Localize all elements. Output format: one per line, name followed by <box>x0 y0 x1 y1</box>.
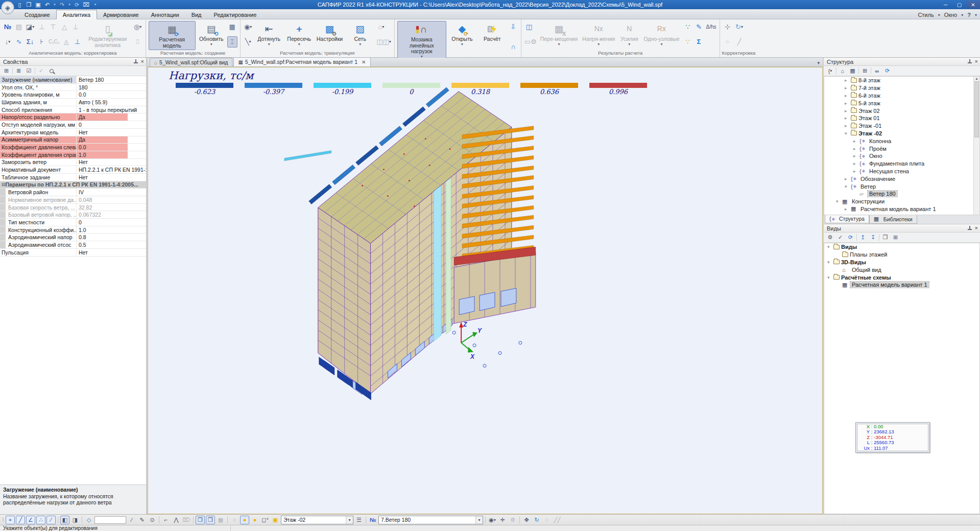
property-row[interactable]: Ширина здания, м Авто ( 55.9) <box>0 99 146 106</box>
toolbar-grip[interactable]: ⁞⁞ <box>2 517 4 522</box>
tree-item[interactable]: Общий вид <box>824 266 979 273</box>
support-post2-icon[interactable]: ⊤ <box>48 21 58 32</box>
sync-icon[interactable]: ⟳ <box>73 1 81 8</box>
pencil-blue-icon[interactable]: ✎ <box>694 21 704 32</box>
close-panel-icon[interactable]: × <box>975 225 978 231</box>
minimize-button[interactable]: ─ <box>939 1 952 9</box>
close-tab-icon[interactable]: ✕ <box>362 59 366 65</box>
property-value[interactable]: НП.2.2.1 к СП РК EN 1991-1-4... <box>77 166 146 173</box>
tree-item[interactable]: ▸ Расчетная модель вариант 1 <box>824 205 979 213</box>
tree-item[interactable]: ▾ Расчётные схемы <box>824 273 979 281</box>
tree-item[interactable]: ▸ Фундаментная плита <box>824 160 979 168</box>
chevron-icon[interactable]: ▸ <box>853 138 859 144</box>
chevron-icon[interactable]: ▾ <box>827 244 833 249</box>
magnet-screen-icon[interactable]: ◧ <box>60 516 69 524</box>
forces-button[interactable]: N Усилия <box>618 21 640 50</box>
tree-item[interactable]: ▾ Виды <box>824 243 979 251</box>
chevron-icon[interactable]: ▸ <box>853 169 859 174</box>
property-row[interactable]: Загружение (наименование) Ветер 180 <box>0 76 146 84</box>
refresh-icon[interactable]: ⟳ <box>883 67 892 75</box>
zoom-all-icon[interactable]: ⁘ <box>542 516 552 524</box>
property-value[interactable]: Да <box>77 136 146 144</box>
redo-dropdown-icon[interactable]: ▾ <box>67 1 71 8</box>
move-object-icon[interactable]: ⊹ <box>723 21 733 32</box>
lamp-on-icon[interactable]: ● <box>250 516 259 524</box>
new-file-icon[interactable]: ▯ <box>16 1 23 8</box>
property-value[interactable]: Ветер 180 <box>77 76 146 83</box>
chevron-icon[interactable]: ▾ <box>845 184 851 189</box>
chevron-icon[interactable]: ▾ <box>827 260 833 265</box>
calc-model-button[interactable]: ▦⟳ Расчетная модель <box>149 21 196 50</box>
add-model-icon[interactable]: ⊞ <box>861 67 869 75</box>
property-value[interactable]: Нет <box>77 174 146 181</box>
filter-icon[interactable]: {▾ <box>826 67 834 75</box>
help-menu[interactable]: ? <box>964 11 974 19</box>
storey-combo-dropdown-icon[interactable]: ▾ <box>346 516 353 524</box>
style-dropdown-icon[interactable]: ▾ <box>938 13 940 17</box>
tree-item[interactable]: ▾ 3D-Виды <box>824 259 979 266</box>
tree-item[interactable]: ▸ Этаж 01 <box>824 114 979 122</box>
loadcase-combo[interactable]: 7.Ветер 180 ▾ <box>378 516 483 524</box>
ribbon-tab[interactable]: Вид <box>185 10 208 19</box>
property-value[interactable]: 0 <box>77 121 146 128</box>
move-down-icon[interactable]: ↧ <box>869 234 877 242</box>
move-up-icon[interactable]: ↥ <box>858 234 867 242</box>
property-row[interactable]: Тип местности 0 <box>0 219 146 226</box>
property-row[interactable]: Напор/отсос раздельно Да <box>0 113 146 121</box>
polyline-icon[interactable]: ⋀ <box>172 516 181 524</box>
open-in-lira-button[interactable]: ◆⟳ Открыть <box>448 21 476 60</box>
update-model-button[interactable]: ▤⟲ Обновить <box>197 21 226 50</box>
tree-item[interactable]: ▸ Проём <box>824 145 979 152</box>
section-box-icon[interactable]: ⌷ <box>133 36 143 48</box>
pin-icon[interactable] <box>967 226 972 230</box>
view-tab-calc-model[interactable]: ▦ 5_Wind_wall.spf:Расчетная модель вариа… <box>233 57 370 66</box>
axis-target-icon[interactable]: ◎▾ <box>133 21 143 32</box>
undo-dropdown-icon[interactable]: ▾ <box>53 1 57 8</box>
tab-overflow-icon[interactable]: ▾ <box>814 60 823 66</box>
close-button[interactable]: ✕ <box>966 1 980 9</box>
snap-line-icon[interactable]: ╱ <box>16 516 25 524</box>
sum-loads-icon[interactable]: Σ↓ <box>25 36 35 48</box>
pin-icon[interactable] <box>967 59 972 64</box>
support-truss2-icon[interactable]: ◬ <box>61 36 71 48</box>
tree-item[interactable]: ▸ Окно <box>824 152 979 160</box>
chevron-icon[interactable]: ▸ <box>845 206 851 212</box>
chevron-icon[interactable]: ▸ <box>845 85 851 90</box>
property-value[interactable]: 1.0 <box>77 226 146 234</box>
editable-analytics-button[interactable]: ▯◪ Редактируемая аналитика <box>84 21 131 50</box>
property-row[interactable]: Нормативное ветровое да... 0.048 <box>0 196 146 204</box>
close-panel-icon[interactable]: × <box>975 59 978 64</box>
property-value[interactable]: 1.0 <box>77 151 146 158</box>
tree-item[interactable]: ▸ 7-й этаж <box>824 84 979 92</box>
panel-tab[interactable]: Библиотеки <box>869 215 917 224</box>
chevron-icon[interactable]: ▸ <box>853 153 859 158</box>
rotate-copy-icon[interactable]: ↻▾ <box>734 21 745 32</box>
intersect-button[interactable]: + Пересечь <box>285 21 314 50</box>
sum-results-icon[interactable]: Σ <box>694 36 704 48</box>
measure-icon[interactable]: ╱╱ <box>553 516 562 524</box>
property-value[interactable]: 0 <box>77 219 146 226</box>
property-value[interactable]: 0.0 <box>77 91 146 98</box>
support-hang-icon[interactable]: ⊥ <box>70 21 81 32</box>
property-row[interactable]: Табличное задание Нет <box>0 174 146 181</box>
property-value[interactable]: 180 <box>77 84 146 91</box>
property-row[interactable]: Угол отн. ОХ, ° 180 <box>0 84 146 91</box>
stresses-button[interactable]: Nx Напря-жения <box>581 21 616 50</box>
support-filled-icon[interactable]: ⊥ <box>73 36 83 48</box>
net-button[interactable]: ▨ Сеть <box>346 21 374 50</box>
copy-loads-icon[interactable]: ▤ <box>14 21 24 32</box>
property-row[interactable]: Уровень планировки, м 0.0 <box>0 91 146 99</box>
chevron-icon[interactable]: ▸ <box>853 161 859 166</box>
lamp-frame-icon[interactable]: ● <box>240 516 249 524</box>
apply-view-icon[interactable]: ✓ <box>836 234 845 242</box>
pan-icon[interactable]: ✥ <box>522 516 531 524</box>
chevron-icon[interactable]: ▸ <box>845 101 851 106</box>
ribbon-tab[interactable]: Армирование <box>97 10 145 19</box>
new-view-icon[interactable]: ⊞ <box>891 234 900 242</box>
property-value[interactable]: 0.067322 <box>77 211 146 218</box>
maximize-button[interactable]: ▢ <box>952 1 966 9</box>
load-numbering-icon[interactable]: № <box>3 21 13 32</box>
chevron-icon[interactable]: ▸ <box>845 116 851 121</box>
qat-overflow-icon[interactable]: ▾ <box>91 1 99 8</box>
checked-list-icon[interactable]: ☑ <box>25 67 33 75</box>
